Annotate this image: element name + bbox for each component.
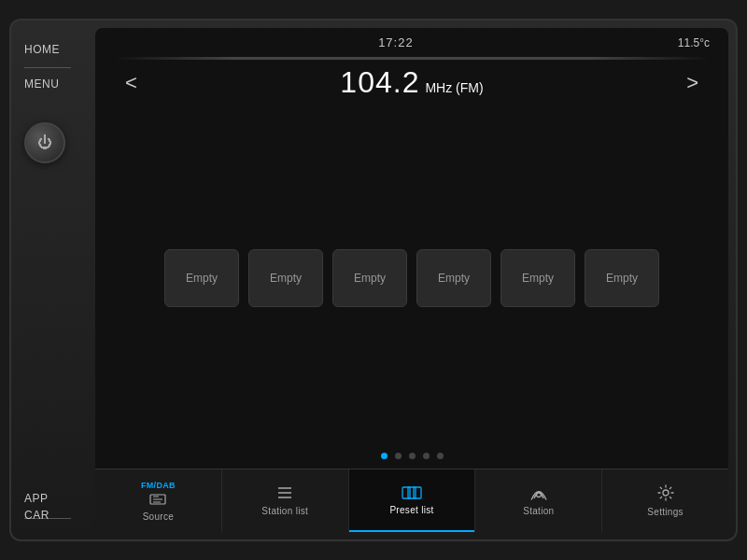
svg-point-11 (663, 490, 669, 496)
presets-container: Empty Empty Empty Empty Empty Empty (95, 109, 728, 447)
frequency-unit: MHz (FM) (425, 80, 483, 95)
nav-source-label: Source (143, 511, 175, 522)
dot-3[interactable] (423, 453, 430, 459)
frequency-display: 104.2 MHz (FM) (340, 65, 483, 100)
preset-list-icon (402, 486, 422, 502)
station-icon (529, 485, 549, 503)
svg-rect-8 (408, 487, 416, 498)
nav-item-station[interactable]: Station (475, 469, 602, 532)
preset-label-5: Empty (606, 272, 638, 285)
prev-station-button[interactable]: < (118, 67, 145, 99)
nav-source-sublabel: FM/DAB (141, 481, 176, 490)
nav-station-list-label: Station list (261, 506, 308, 516)
sidebar-item-home[interactable]: HOME (24, 37, 60, 62)
nav-preset-list-label: Preset list (389, 505, 433, 515)
nav-item-preset-list[interactable]: Preset list (349, 469, 476, 532)
preset-button-5[interactable]: Empty (585, 249, 659, 307)
preset-button-2[interactable]: Empty (332, 249, 407, 307)
preset-label-1: Empty (270, 272, 302, 285)
preset-label-0: Empty (186, 272, 218, 285)
dot-4[interactable] (437, 453, 444, 459)
power-knob[interactable]: ⏻ (24, 122, 65, 163)
dot-0[interactable] (381, 453, 388, 459)
sidebar-car-section: CAR (24, 506, 49, 523)
main-display: 17:22 11.5°c < 104.2 MHz (FM) > Empty Em… (95, 28, 728, 532)
car-infotainment-frame: HOME MENU ⏻ APP CAR 17:22 11.5°c < 104.2 (9, 19, 738, 541)
nav-item-station-list[interactable]: Station list (222, 469, 349, 532)
svg-rect-7 (402, 487, 410, 498)
source-icon (149, 493, 166, 509)
preset-label-2: Empty (354, 272, 386, 285)
sidebar-item-car[interactable]: CAR (24, 503, 49, 527)
sidebar-divider-home (24, 67, 71, 68)
nav-item-source[interactable]: FM/DAB Source (95, 469, 222, 532)
page-dots (95, 447, 728, 469)
frequency-value: 104.2 (340, 65, 419, 100)
preset-label-3: Empty (438, 272, 470, 285)
temperature-display: 11.5°c (678, 36, 710, 49)
sidebar-item-menu[interactable]: MENU (24, 72, 59, 96)
next-station-button[interactable]: > (679, 67, 706, 99)
sidebar: HOME MENU ⏻ APP CAR (11, 21, 95, 539)
preset-label-4: Empty (522, 272, 554, 285)
frequency-row: < 104.2 MHz (FM) > (95, 60, 728, 109)
svg-rect-9 (414, 487, 421, 498)
preset-button-4[interactable]: Empty (500, 249, 575, 307)
nav-settings-label: Settings (647, 507, 684, 517)
dot-2[interactable] (409, 453, 416, 459)
settings-icon (657, 484, 674, 504)
dot-1[interactable] (395, 453, 402, 459)
preset-button-3[interactable]: Empty (416, 249, 491, 307)
preset-button-0[interactable]: Empty (164, 249, 239, 307)
presets-grid: Empty Empty Empty Empty Empty Empty (164, 249, 659, 307)
bottom-navigation: FM/DAB Source (95, 469, 728, 532)
station-list-icon (276, 485, 293, 503)
clock-display: 17:22 (378, 35, 414, 49)
power-icon: ⏻ (37, 134, 52, 151)
nav-item-settings[interactable]: Settings (602, 469, 728, 532)
top-bar: 17:22 11.5°c (95, 28, 728, 57)
preset-button-1[interactable]: Empty (248, 249, 323, 307)
nav-station-label: Station (523, 506, 554, 516)
